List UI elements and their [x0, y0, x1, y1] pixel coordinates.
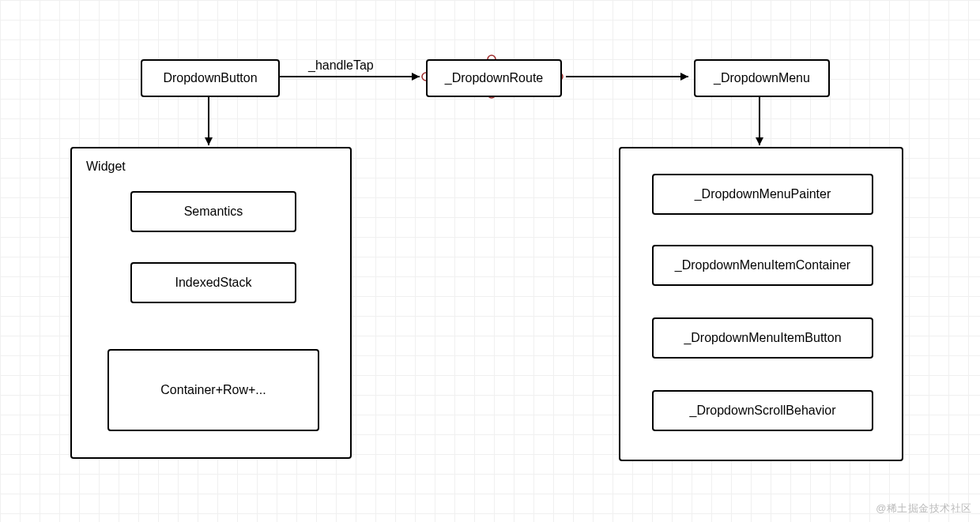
node-dropdown-button[interactable]: DropdownButton — [141, 59, 280, 97]
node-indexed-stack[interactable]: IndexedStack — [130, 262, 296, 303]
node-label: _DropdownMenuItemButton — [684, 331, 841, 345]
node-container-row[interactable]: Container+Row+... — [107, 349, 319, 431]
watermark: @稀土掘金技术社区 — [876, 501, 972, 516]
node-label: _DropdownMenu — [714, 71, 810, 85]
node-menu-item-button[interactable]: _DropdownMenuItemButton — [652, 317, 873, 359]
node-label: Container+Row+... — [160, 383, 266, 397]
node-label: _DropdownMenuPainter — [695, 187, 831, 201]
node-semantics[interactable]: Semantics — [130, 191, 296, 232]
node-label: DropdownButton — [163, 71, 257, 85]
node-label: Semantics — [184, 205, 243, 219]
node-scroll-behavior[interactable]: _DropdownScrollBehavior — [652, 390, 873, 431]
node-label: _DropdownScrollBehavior — [690, 404, 836, 418]
node-menu-item-container[interactable]: _DropdownMenuItemContainer — [652, 245, 873, 286]
node-label: IndexedStack — [175, 276, 252, 290]
container-widget-title: Widget — [86, 160, 126, 174]
node-label: _DropdownMenuItemContainer — [675, 258, 850, 272]
edge-label-handle-tap: _handleTap — [308, 58, 374, 73]
node-dropdown-menu[interactable]: _DropdownMenu — [694, 59, 830, 97]
diagram-canvas: DropdownButton _DropdownRoute _DropdownM… — [0, 0, 980, 522]
node-label: _DropdownRoute — [445, 71, 544, 85]
container-dropdown-menu-children[interactable]: _DropdownMenuPainter _DropdownMenuItemCo… — [619, 147, 903, 461]
node-menu-painter[interactable]: _DropdownMenuPainter — [652, 174, 873, 215]
container-widget[interactable]: Widget Semantics IndexedStack Container+… — [70, 147, 352, 459]
node-dropdown-route[interactable]: _DropdownRoute — [426, 59, 562, 97]
